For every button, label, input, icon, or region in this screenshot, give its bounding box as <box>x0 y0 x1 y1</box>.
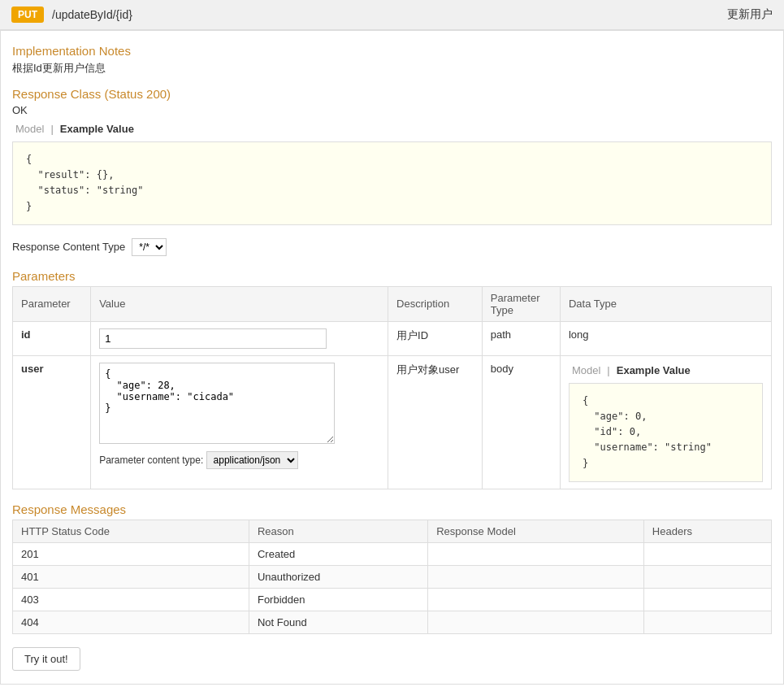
param-id-description: 用户ID <box>388 321 483 355</box>
headers-401 <box>643 565 771 588</box>
param-user-type: body <box>482 355 560 489</box>
param-user-datatype-cell: Model | Example Value { "age": 0, "id": … <box>560 355 771 489</box>
col-headers: Headers <box>643 520 771 542</box>
implementation-notes-description: 根据Id更新用户信息 <box>12 61 772 76</box>
headers-403 <box>643 588 771 611</box>
model-tab[interactable]: Model <box>12 121 47 137</box>
status-code-404: 404 <box>13 611 249 633</box>
user-example-tab[interactable]: Example Value <box>613 363 694 378</box>
response-class-title: Response Class (Status 200) <box>12 87 772 101</box>
reason-not-found: Not Found <box>249 611 427 633</box>
col-description: Description <box>388 286 483 321</box>
api-title: 更新用户 <box>727 7 773 22</box>
response-model-201 <box>428 542 644 565</box>
http-method-badge: PUT <box>11 7 44 23</box>
user-model-tabs: Model | Example Value <box>569 363 763 378</box>
col-value: Value <box>91 286 388 321</box>
param-content-type-label: Parameter content type: <box>99 454 206 466</box>
param-user-description: 用户对象user <box>388 355 483 489</box>
table-row: 401 Unauthorized <box>13 565 772 588</box>
col-data-type: Data Type <box>560 286 771 321</box>
response-model-403 <box>428 588 644 611</box>
col-response-model: Response Model <box>428 520 644 542</box>
response-model-401 <box>428 565 644 588</box>
headers-404 <box>643 611 771 633</box>
response-messages-title: Response Messages <box>12 502 772 516</box>
status-code-201: 201 <box>13 542 249 565</box>
response-class-section: Response Class (Status 200) OK Model | E… <box>12 87 772 225</box>
try-it-out-button[interactable]: Try it out! <box>12 647 80 671</box>
response-messages-table: HTTP Status Code Reason Response Model H… <box>12 520 772 634</box>
headers-201 <box>643 542 771 565</box>
col-parameter-type: ParameterType <box>482 286 560 321</box>
implementation-notes-section: Implementation Notes 根据Id更新用户信息 <box>12 44 772 76</box>
table-row: id 用户ID path long <box>13 321 772 355</box>
param-id-input[interactable] <box>99 328 327 349</box>
col-status-code: HTTP Status Code <box>13 520 249 542</box>
table-row: user { "age": 28, "username": "cicada" }… <box>13 355 772 489</box>
tab-divider-2: | <box>607 364 609 376</box>
user-model-tab[interactable]: Model <box>569 363 604 378</box>
response-content-type-label: Response Content Type <box>12 241 125 253</box>
reason-unauthorized: Unauthorized <box>249 565 427 588</box>
param-content-type-row: Parameter content type: application/json <box>99 451 379 469</box>
tab-divider: | <box>50 123 53 135</box>
reason-forbidden: Forbidden <box>249 588 427 611</box>
response-content-type-select[interactable]: */* <box>132 238 167 256</box>
param-user-textarea[interactable]: { "age": 28, "username": "cicada" } <box>99 363 335 444</box>
response-class-tabs: Model | Example Value <box>12 121 772 137</box>
col-parameter: Parameter <box>13 286 91 321</box>
response-messages-section: Response Messages HTTP Status Code Reaso… <box>12 502 772 634</box>
endpoint-header: PUT /updateById/{id} 更新用户 <box>0 0 784 30</box>
content-area: Implementation Notes 根据Id更新用户信息 Response… <box>0 30 784 685</box>
response-class-code: { "result": {}, "status": "string" } <box>12 141 772 225</box>
status-code-401: 401 <box>13 565 249 588</box>
param-id-datatype: long <box>560 321 771 355</box>
status-code-403: 403 <box>13 588 249 611</box>
implementation-notes-title: Implementation Notes <box>12 44 772 58</box>
reason-created: Created <box>249 542 427 565</box>
parameters-table: Parameter Value Description ParameterTyp… <box>12 286 772 489</box>
response-model-404 <box>428 611 644 633</box>
endpoint-path: /updateById/{id} <box>52 8 132 21</box>
param-id-type: path <box>482 321 560 355</box>
param-user-name: user <box>21 363 43 375</box>
example-value-tab[interactable]: Example Value <box>57 121 137 137</box>
param-id-name: id <box>21 328 31 341</box>
table-row: 201 Created <box>13 542 772 565</box>
parameters-title: Parameters <box>12 269 772 283</box>
param-content-type-select[interactable]: application/json <box>206 451 298 469</box>
response-status: OK <box>12 104 772 116</box>
table-row: 404 Not Found <box>13 611 772 633</box>
col-reason: Reason <box>249 520 427 542</box>
table-row: 403 Forbidden <box>13 588 772 611</box>
response-content-type-row: Response Content Type */* <box>12 238 772 256</box>
user-example-code: { "age": 0, "id": 0, "username": "string… <box>569 383 763 482</box>
parameters-section: Parameters Parameter Value Description P… <box>12 269 772 489</box>
